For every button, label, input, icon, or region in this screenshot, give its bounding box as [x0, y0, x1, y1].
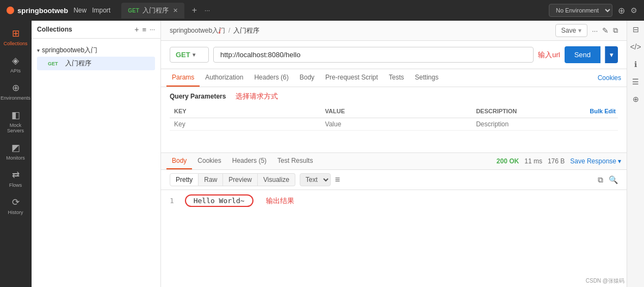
format-tab-pretty[interactable]: Pretty	[170, 173, 199, 186]
list-item[interactable]: GET 入门程序	[37, 57, 155, 70]
key-input[interactable]	[174, 120, 317, 128]
response-output: Hello World~	[185, 194, 253, 207]
settings-icon[interactable]: ⚙	[630, 6, 637, 15]
collection-group: ▾ springbootweb入门 GET 入门程序	[32, 42, 160, 72]
right-panel-icon-5[interactable]: ⊕	[633, 95, 639, 103]
save-response-button[interactable]: Save Response ▾	[570, 157, 621, 165]
format-bar: Pretty Raw Preview Visualize Text ≡ ⧉ 🔍	[161, 170, 627, 190]
request-tabs: Params Authorization Headers (6) Body Pr…	[161, 69, 627, 87]
send-dropdown-button[interactable]: ▾	[605, 46, 618, 63]
sidebar-item-monitors[interactable]: ◩ Monitors	[2, 138, 30, 164]
sidebar-item-label: Mock Servers	[4, 123, 28, 133]
description-input[interactable]	[476, 120, 614, 128]
method-select[interactable]: GET ▾	[170, 47, 209, 63]
save-chevron-icon: ▾	[578, 27, 581, 34]
tab-method: GET	[128, 8, 139, 14]
response-size: 176 B	[548, 157, 565, 165]
format-tab-preview[interactable]: Preview	[223, 173, 258, 186]
breadcrumb: springbootweb入门 / 入门程序 Save ▾ ··· ✎ ⧉	[161, 21, 627, 41]
send-button[interactable]: Send	[565, 46, 600, 63]
url-hint-label: 输入url	[538, 50, 560, 60]
select-method-hint: 选择请求方式	[236, 91, 278, 101]
cookies-link[interactable]: Cookies	[598, 74, 621, 82]
copy-icon[interactable]: ⧉	[613, 26, 618, 35]
tab-body[interactable]: Body	[294, 69, 320, 87]
response-time: 11 ms	[524, 157, 542, 165]
import-button[interactable]: Import	[92, 7, 110, 14]
more-tabs-icon[interactable]: ···	[205, 7, 210, 14]
response-body: 1 Hello World~ 输出结果	[161, 190, 627, 211]
add-collection-button[interactable]: +	[134, 25, 139, 34]
format-select[interactable]: Text	[300, 173, 331, 186]
format-tab-raw[interactable]: Raw	[199, 173, 223, 186]
new-button[interactable]: New	[73, 7, 86, 14]
environment-select[interactable]: No Environment	[549, 4, 612, 17]
format-tab-visualize[interactable]: Visualize	[258, 173, 295, 186]
panel-more-icon[interactable]: ···	[150, 26, 155, 33]
sidebar-item-label: APIs	[10, 68, 21, 74]
tab-tests[interactable]: Tests	[383, 69, 410, 87]
sidebar-item-label: Monitors	[6, 155, 25, 161]
breadcrumb-parent: springbootweb入门	[170, 26, 225, 35]
params-section: Query Parameters 选择请求方式 KEY VALUE DESCRI…	[161, 87, 627, 152]
tab-pre-request[interactable]: Pre-request Script	[320, 69, 383, 87]
params-table: KEY VALUE DESCRIPTION Bulk Edit	[170, 105, 618, 131]
response-tab-headers[interactable]: Headers (5)	[227, 153, 272, 169]
copy-response-icon[interactable]: ⧉	[598, 175, 603, 185]
status-badge: 200 OK	[497, 157, 519, 165]
right-panel-icon-4[interactable]: ☰	[632, 77, 639, 86]
right-panel-icon-2[interactable]: </>	[630, 42, 641, 51]
brand-icon	[7, 7, 14, 14]
right-panel-icon-3[interactable]: ℹ	[634, 60, 637, 69]
response-tab-body[interactable]: Body	[166, 153, 192, 169]
group-arrow-icon: ▾	[37, 47, 40, 53]
apis-icon: ◈	[12, 55, 19, 66]
output-hint: 输出结果	[266, 197, 294, 205]
flows-icon: ⇄	[12, 169, 20, 181]
tab-authorization[interactable]: Authorization	[200, 69, 249, 87]
active-tab[interactable]: GET 入门程序 ✕	[121, 3, 184, 19]
sidebar-item-mock-servers[interactable]: ◧ Mock Servers	[2, 106, 30, 137]
wrap-icon[interactable]: ≡	[335, 175, 340, 185]
bulk-edit-link[interactable]: Bulk Edit	[590, 108, 616, 114]
response-tab-test-results[interactable]: Test Results	[272, 153, 318, 169]
tab-params[interactable]: Params	[166, 69, 200, 87]
panel-title: Collections	[37, 26, 131, 33]
tab-headers[interactable]: Headers (6)	[249, 69, 294, 87]
value-input[interactable]	[325, 120, 468, 128]
col-description: DESCRIPTION	[472, 105, 554, 118]
table-row	[170, 118, 618, 131]
monitors-icon: ◩	[11, 142, 20, 154]
brand-name: springbootweb	[17, 7, 68, 15]
tab-settings[interactable]: Settings	[410, 69, 444, 87]
sidebar-item-apis[interactable]: ◈ APIs	[2, 51, 30, 77]
mock-servers-icon: ◧	[11, 109, 20, 121]
response-tabs: Body Cookies Headers (5) Test Results 20…	[161, 153, 627, 170]
right-panel-icon-1[interactable]: ⊟	[633, 25, 639, 34]
env-icon[interactable]: ⊕	[618, 5, 625, 16]
watermark: CSDN @张猿码	[586, 277, 624, 285]
add-tab-icon[interactable]: +	[190, 5, 199, 15]
sidebar-item-label: Collections	[3, 41, 27, 46]
save-response-arrow-icon: ▾	[618, 157, 621, 165]
filter-icon[interactable]: ≡	[142, 26, 146, 34]
sidebar-item-environments[interactable]: ⊕ Environments	[2, 78, 30, 105]
params-label: Query Parameters 选择请求方式	[170, 91, 618, 101]
save-button[interactable]: Save ▾	[555, 24, 587, 37]
response-tab-cookies[interactable]: Cookies	[192, 153, 226, 169]
url-bar: GET ▾ 输入url ↑ Send ▾	[161, 41, 627, 69]
search-response-icon[interactable]: 🔍	[609, 175, 618, 185]
edit-icon[interactable]: ✎	[602, 26, 609, 35]
sidebar-item-history[interactable]: ⟳ History	[2, 193, 30, 219]
sidebar-item-label: History	[8, 210, 23, 215]
content-area: springbootweb入门 / 入门程序 Save ▾ ··· ✎ ⧉ GE…	[161, 21, 627, 287]
sidebar-item-label: Flows	[9, 182, 22, 188]
sidebar-item-collections[interactable]: ⊞ Collections	[2, 24, 30, 50]
tab-close-icon[interactable]: ✕	[173, 7, 178, 14]
url-input[interactable]	[213, 47, 534, 63]
line-number: 1	[170, 197, 174, 205]
sidebar-item-flows[interactable]: ⇄ Flows	[2, 166, 30, 192]
collection-group-header[interactable]: ▾ springbootweb入门	[37, 44, 155, 57]
method-arrow-icon: ▾	[193, 52, 195, 58]
more-options-icon[interactable]: ···	[592, 27, 598, 35]
